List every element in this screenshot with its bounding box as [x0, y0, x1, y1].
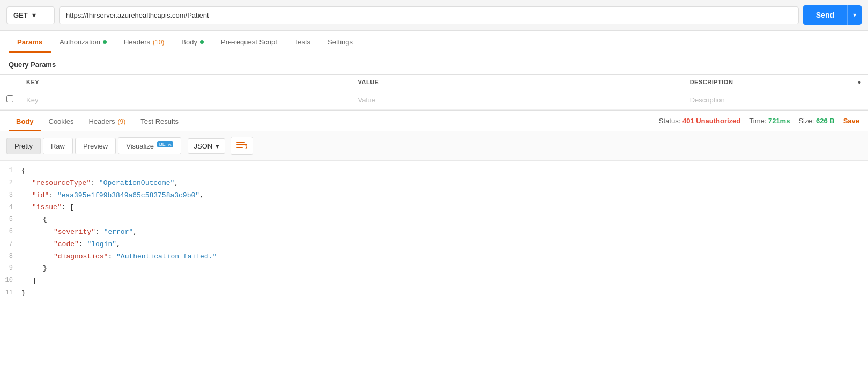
save-link[interactable]: Save [843, 117, 859, 125]
row-dot [851, 90, 868, 110]
body-format-raw[interactable]: Raw [43, 138, 73, 154]
url-input[interactable] [59, 6, 799, 24]
tab-params-label: Params [17, 38, 42, 46]
body-format-preview[interactable]: Preview [75, 138, 116, 154]
request-tabs-bar: Params Authorization Headers (10) Body P… [0, 31, 868, 53]
tab-tests[interactable]: Tests [286, 31, 319, 53]
response-area: Body Cookies Headers (9) Test Results St… [0, 110, 868, 304]
body-format-visualize[interactable]: Visualize BETA [118, 137, 181, 154]
line-num-7: 7 [0, 239, 21, 250]
tab-body-label: Body [181, 38, 197, 46]
send-btn-group: Send ▾ [803, 5, 862, 25]
tab-headers[interactable]: Headers (10) [115, 31, 173, 53]
line-num-8: 8 [0, 251, 21, 263]
line-num-6: 6 [0, 227, 21, 238]
line-num-4: 4 [0, 202, 21, 213]
query-params-section: Query Params KEY VALUE DESCRIPTION ● Key… [0, 53, 868, 110]
json-severity: "severity": "error", [54, 227, 137, 238]
response-tab-test-results-label: Test Results [140, 117, 179, 125]
tab-params[interactable]: Params [9, 31, 51, 53]
json-line-4: 4 "issue": [ [0, 202, 868, 214]
response-meta: Status: 401 Unauthorized Time: 721ms Siz… [659, 117, 859, 125]
json-code: "code": "login", [54, 239, 121, 250]
tab-body[interactable]: Body [173, 31, 212, 53]
beta-badge: BETA [157, 141, 174, 147]
json-line-9: 9 } [0, 263, 868, 275]
line-num-3: 3 [0, 190, 21, 202]
send-dropdown-button[interactable]: ▾ [847, 5, 862, 25]
line-num-9: 9 [0, 263, 21, 274]
tab-headers-label: Headers [124, 38, 150, 46]
response-headers-badge: (9) [118, 118, 126, 125]
time-label: Time: 721ms [749, 117, 790, 125]
th-checkbox [0, 75, 20, 90]
json-resource-type: "resourceType": "OperationOutcome", [32, 178, 179, 189]
row-key[interactable]: Key [20, 90, 351, 110]
json-brace-open: { [21, 166, 26, 177]
line-num-5: 5 [0, 214, 21, 226]
svg-rect-2 [236, 147, 243, 148]
headers-badge: (10) [153, 39, 164, 46]
response-tab-body[interactable]: Body [9, 111, 41, 131]
json-line-10: 10 ] [0, 275, 868, 287]
json-issue-open: "issue": [ [32, 202, 74, 213]
json-line-6: 6 "severity": "error", [0, 226, 868, 239]
th-value: VALUE [351, 75, 683, 90]
tab-pre-request[interactable]: Pre-request Script [212, 31, 286, 53]
wrap-icon [236, 140, 247, 149]
th-key: KEY [20, 75, 351, 90]
response-tab-test-results[interactable]: Test Results [133, 111, 186, 131]
json-line-1: 1 { [0, 165, 868, 177]
row-description[interactable]: Description [684, 90, 851, 110]
format-select[interactable]: JSON ▾ [188, 138, 225, 154]
json-diagnostics: "diagnostics": "Authentication failed." [54, 251, 217, 263]
json-line-2: 2 "resourceType": "OperationOutcome", [0, 177, 868, 190]
json-issue-brace-close: } [43, 263, 47, 274]
response-tab-headers[interactable]: Headers (9) [81, 111, 133, 131]
chevron-down-icon: ▾ [32, 11, 36, 19]
tab-settings-label: Settings [328, 38, 353, 46]
response-tab-cookies[interactable]: Cookies [41, 111, 81, 131]
send-button[interactable]: Send [803, 5, 847, 25]
tab-settings[interactable]: Settings [319, 31, 361, 53]
tab-pre-request-label: Pre-request Script [221, 38, 277, 46]
line-num-11: 11 [0, 288, 21, 299]
svg-rect-0 [236, 142, 245, 143]
json-line-7: 7 "code": "login", [0, 239, 868, 251]
status-value: 401 Unauthorized [682, 117, 740, 125]
th-description: DESCRIPTION [684, 75, 851, 90]
row-value[interactable]: Value [351, 90, 683, 110]
authorization-dot [103, 40, 107, 44]
line-num-1: 1 [0, 166, 21, 177]
json-issue-brace-open: { [43, 214, 47, 226]
tab-tests-label: Tests [294, 38, 310, 46]
body-format-pretty[interactable]: Pretty [6, 138, 41, 154]
body-dot [200, 40, 204, 44]
json-line-3: 3 "id": "eaa395e1f99b3849a65c583758a3c9b… [0, 190, 868, 202]
row-checkbox[interactable] [0, 90, 20, 110]
size-label: Size: 626 B [798, 117, 834, 125]
json-line-5: 5 { [0, 214, 868, 226]
json-issue-bracket-close: ] [32, 276, 36, 287]
th-dot: ● [851, 75, 868, 90]
line-num-2: 2 [0, 178, 21, 189]
method-select[interactable]: GET ▾ [6, 6, 55, 24]
size-value: 626 B [816, 117, 835, 125]
wrap-button[interactable] [231, 137, 253, 155]
table-row: Key Value Description [0, 90, 868, 110]
response-tab-body-label: Body [16, 117, 34, 125]
response-tab-headers-label: Headers [88, 117, 115, 125]
svg-rect-1 [236, 144, 247, 145]
method-label: GET [13, 11, 28, 19]
time-value: 721ms [768, 117, 790, 125]
tab-authorization[interactable]: Authorization [51, 31, 115, 53]
body-toolbar: Pretty Raw Preview Visualize BETA JSON ▾ [0, 131, 868, 161]
json-line-11: 11 } [0, 287, 868, 300]
json-brace-close: } [21, 288, 26, 299]
status-label: Status: 401 Unauthorized [659, 117, 740, 125]
url-bar: GET ▾ Send ▾ [0, 0, 868, 31]
response-tab-cookies-label: Cookies [49, 117, 74, 125]
response-tabs-bar: Body Cookies Headers (9) Test Results St… [0, 111, 868, 131]
format-chevron-icon: ▾ [216, 142, 219, 150]
json-viewer: 1 { 2 "resourceType": "OperationOutcome"… [0, 161, 868, 304]
